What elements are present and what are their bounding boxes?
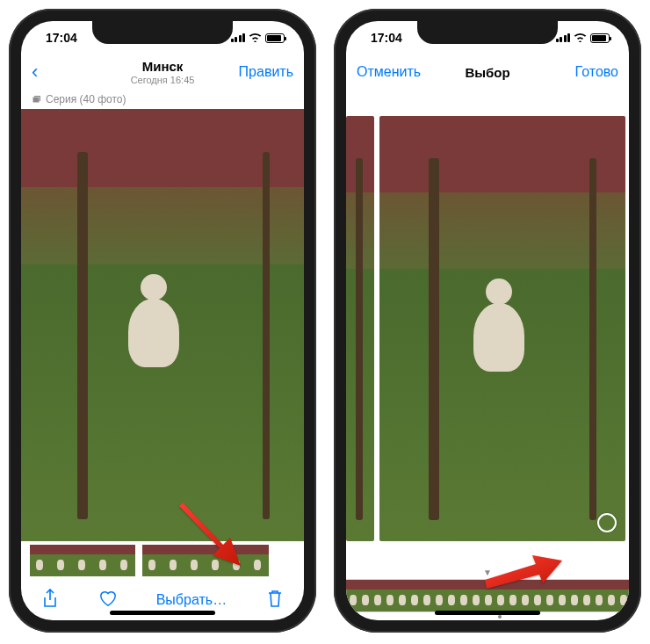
- notch: [92, 21, 233, 44]
- scrubber-strip[interactable]: [346, 579, 629, 612]
- select-button[interactable]: Выбрать…: [156, 592, 227, 608]
- thumbnail[interactable]: [408, 580, 420, 611]
- nav-subtitle: Сегодня 16:45: [102, 75, 223, 85]
- cellular-signal-icon: [556, 33, 571, 42]
- current-dot-icon: [498, 615, 502, 619]
- nav-title-group: Минск Сегодня 16:45: [102, 59, 223, 85]
- thumbnail[interactable]: [142, 545, 163, 576]
- thumbnail[interactable]: [163, 545, 184, 576]
- burst-stack-icon: [32, 94, 42, 105]
- thumbnail-current[interactable]: [494, 580, 506, 611]
- thumbnail[interactable]: [432, 580, 444, 611]
- selection-circle-icon[interactable]: [597, 513, 617, 532]
- thumbnail[interactable]: [227, 545, 248, 576]
- thumbnail[interactable]: [206, 545, 227, 576]
- home-indicator[interactable]: [435, 611, 540, 615]
- burst-photo: [21, 109, 304, 541]
- battery-icon: [265, 33, 285, 43]
- nav-title: Выбор: [427, 65, 548, 80]
- thumbnail[interactable]: [555, 580, 567, 611]
- thumbnail[interactable]: [617, 580, 629, 611]
- thumbnail[interactable]: [531, 580, 543, 611]
- nav-title-group: Выбор: [427, 65, 548, 80]
- screen: 17:04 ‹ Минск Сегодня 16:45 Править Сери…: [21, 21, 304, 620]
- status-time: 17:04: [371, 31, 402, 45]
- thumbnail[interactable]: [346, 580, 358, 611]
- burst-badge: Серия (40 фото): [21, 90, 304, 109]
- trash-icon: [267, 589, 283, 608]
- thumbnail[interactable]: [93, 545, 114, 576]
- photo-viewer[interactable]: [21, 109, 304, 541]
- thumbnail[interactable]: [567, 580, 580, 611]
- thumbnail[interactable]: [371, 580, 383, 611]
- back-button[interactable]: ‹: [32, 61, 102, 83]
- battery-icon: [590, 33, 610, 43]
- status-indicators: [231, 32, 285, 45]
- nav-bar: Отменить Выбор Готово: [346, 54, 629, 90]
- favorite-button[interactable]: [98, 590, 118, 611]
- thumbnail[interactable]: [604, 580, 617, 611]
- phone-right: 17:04 Отменить Выбор Готово: [334, 9, 641, 633]
- wifi-icon: [249, 32, 262, 45]
- screen: 17:04 Отменить Выбор Готово: [346, 21, 629, 620]
- thumbnail[interactable]: [457, 580, 469, 611]
- nav-bar: ‹ Минск Сегодня 16:45 Править: [21, 54, 304, 90]
- thumbnail[interactable]: [72, 545, 93, 576]
- filmstrip[interactable]: [21, 541, 304, 580]
- share-button[interactable]: [40, 589, 60, 611]
- thumbnail[interactable]: [580, 580, 592, 611]
- thumbnail[interactable]: [358, 580, 371, 611]
- thumbnail[interactable]: [481, 580, 494, 611]
- cellular-signal-icon: [231, 33, 246, 42]
- thumbnail[interactable]: [444, 580, 457, 611]
- done-button[interactable]: Готово: [548, 64, 618, 80]
- burst-photo-prev[interactable]: [346, 116, 374, 541]
- thumbnail[interactable]: [383, 580, 395, 611]
- heart-icon: [98, 590, 118, 607]
- thumbnail[interactable]: [420, 580, 432, 611]
- thumbnail[interactable]: [248, 545, 269, 576]
- thumbnail[interactable]: [592, 580, 604, 611]
- nav-title: Минск: [102, 59, 223, 74]
- thumbnail[interactable]: [518, 580, 531, 611]
- wifi-icon: [574, 32, 587, 45]
- thumbnail[interactable]: [506, 580, 518, 611]
- thumbnail[interactable]: [30, 545, 51, 576]
- thumbnail[interactable]: [395, 580, 408, 611]
- share-icon: [42, 589, 58, 608]
- status-time: 17:04: [46, 31, 77, 45]
- notch: [417, 21, 558, 44]
- thumbnail[interactable]: [543, 580, 555, 611]
- chevron-left-icon: ‹: [32, 61, 38, 83]
- burst-label-text: Серия (40 фото): [46, 93, 126, 105]
- delete-button[interactable]: [265, 589, 285, 611]
- edit-button[interactable]: Править: [223, 64, 293, 80]
- caret-down-icon: ▼: [483, 568, 492, 577]
- phone-left: 17:04 ‹ Минск Сегодня 16:45 Править Сери…: [9, 9, 316, 633]
- thumbnail[interactable]: [184, 545, 206, 576]
- burst-photo-current[interactable]: [379, 116, 625, 541]
- home-indicator[interactable]: [110, 611, 215, 615]
- status-indicators: [556, 32, 610, 45]
- thumbnail[interactable]: [51, 545, 72, 576]
- photo-selection-carousel[interactable]: [346, 90, 629, 568]
- thumbnail[interactable]: [469, 580, 481, 611]
- cancel-button[interactable]: Отменить: [357, 64, 427, 80]
- thumbnail[interactable]: [114, 545, 135, 576]
